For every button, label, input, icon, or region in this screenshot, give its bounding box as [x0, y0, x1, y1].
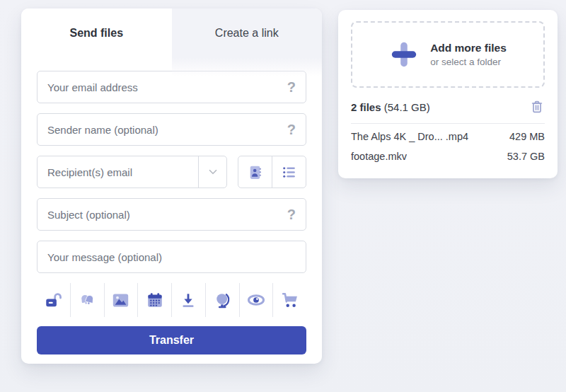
unlock-icon [44, 291, 62, 309]
subject-field[interactable]: Subject (optional) ? [37, 198, 306, 231]
calendar-icon [146, 291, 164, 309]
recipient-row: Recipient(s) email [37, 156, 306, 188]
pay-option[interactable] [273, 283, 306, 317]
tab-create-a-link-label: Create a link [215, 27, 279, 40]
files-summary: 2 files (54.1 GB) [351, 101, 430, 113]
file-name: footage.mkv [351, 151, 407, 162]
image-icon [111, 291, 130, 310]
bullet-list-icon [280, 163, 298, 181]
globe-icon [213, 291, 232, 310]
notifications-option[interactable] [71, 283, 105, 317]
add-more-files-title: Add more files [430, 42, 507, 54]
message-field[interactable]: Your message (optional) [37, 241, 306, 273]
password-option[interactable] [37, 283, 71, 317]
download-icon [179, 291, 197, 309]
sender-name-field[interactable]: Sender name (optional) ? [37, 113, 306, 146]
language-option[interactable] [206, 283, 240, 317]
recipient-placeholder: Recipient(s) email [37, 156, 198, 188]
chevron-down-icon[interactable] [198, 156, 226, 188]
transfer-button[interactable]: Transfer [37, 326, 306, 354]
recipient-tools [238, 156, 306, 188]
file-size: 53.7 GB [507, 151, 545, 162]
message-placeholder: Your message (optional) [47, 251, 296, 263]
tab-bar: Send files Create a link [21, 8, 322, 58]
help-icon[interactable]: ? [287, 207, 296, 221]
delete-all-button[interactable] [529, 99, 545, 115]
sender-placeholder: Sender name (optional) [47, 124, 287, 136]
files-header: 2 files (54.1 GB) [351, 99, 545, 115]
trash-icon [529, 99, 545, 115]
email-placeholder: Your email address [47, 81, 287, 93]
help-icon[interactable]: ? [287, 80, 296, 94]
add-more-files-dropzone[interactable]: Add more files or select a folder [351, 21, 545, 88]
cart-icon [280, 290, 300, 310]
files-card: Add more files or select a folder 2 file… [338, 10, 558, 178]
help-icon[interactable]: ? [287, 122, 296, 137]
files-count: 2 files [351, 101, 381, 113]
file-row[interactable]: The Alps 4K _ Dro... .mp4 429 MB [351, 124, 545, 144]
file-row[interactable]: footage.mkv 53.7 GB [351, 144, 545, 163]
plus-icon [389, 40, 419, 69]
email-field[interactable]: Your email address ? [37, 71, 306, 103]
select-folder-subtitle: or select a folder [430, 57, 507, 67]
recipient-email-field[interactable]: Recipient(s) email [37, 156, 227, 188]
download-limit-option[interactable] [172, 283, 206, 317]
preview-option[interactable] [240, 283, 274, 317]
address-book-button[interactable] [238, 156, 272, 188]
subject-placeholder: Subject (optional) [47, 209, 287, 221]
bells-icon [78, 291, 97, 310]
transfer-options-row [37, 283, 306, 317]
address-book-icon [246, 163, 264, 181]
file-name: The Alps 4K _ Dro... .mp4 [351, 131, 468, 142]
expiry-date-option[interactable] [138, 283, 172, 317]
file-size: 429 MB [509, 131, 545, 142]
tab-create-a-link[interactable]: Create a link [172, 8, 323, 58]
preview-image-option[interactable] [105, 283, 139, 317]
files-total-size: (54.1 GB) [381, 101, 430, 113]
tab-send-files[interactable]: Send files [21, 8, 172, 58]
send-form: Your email address ? Sender name (option… [21, 58, 322, 354]
send-files-card: Send files Create a link Your email addr… [21, 8, 322, 364]
dropzone-text: Add more files or select a folder [430, 42, 507, 67]
mailing-list-button[interactable] [272, 156, 306, 188]
eye-icon [246, 290, 266, 310]
tab-send-files-label: Send files [69, 27, 123, 40]
